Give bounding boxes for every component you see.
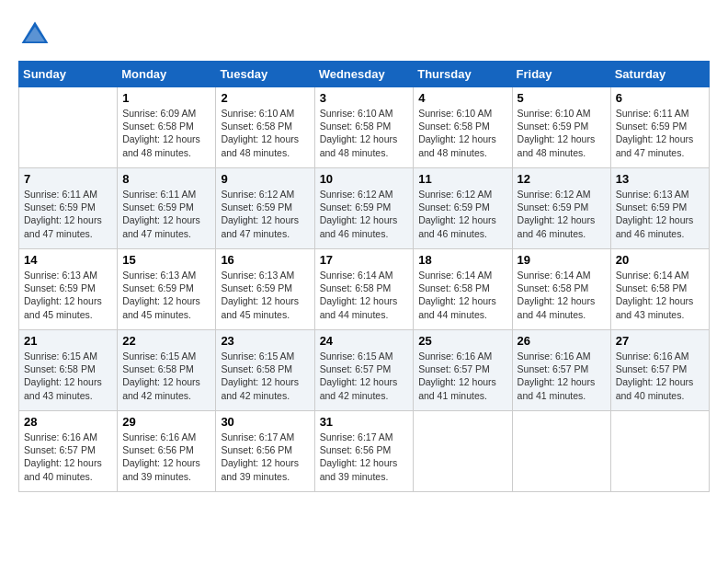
day-info: Sunrise: 6:10 AM Sunset: 6:58 PM Dayligh… [221,107,309,159]
day-cell: 6Sunrise: 6:11 AM Sunset: 6:59 PM Daylig… [610,87,709,168]
day-number: 9 [221,172,309,186]
day-cell: 8Sunrise: 6:11 AM Sunset: 6:59 PM Daylig… [118,168,216,249]
day-cell: 10Sunrise: 6:12 AM Sunset: 6:59 PM Dayli… [314,168,414,249]
logo [18,18,57,52]
day-cell [610,411,709,492]
day-info: Sunrise: 6:16 AM Sunset: 6:57 PM Dayligh… [24,431,112,483]
week-row-1: 1Sunrise: 6:09 AM Sunset: 6:58 PM Daylig… [19,87,710,168]
day-info: Sunrise: 6:14 AM Sunset: 6:58 PM Dayligh… [616,269,704,321]
day-info: Sunrise: 6:16 AM Sunset: 6:57 PM Dayligh… [418,350,506,402]
day-number: 22 [122,334,210,348]
day-number: 6 [616,91,704,105]
day-cell: 30Sunrise: 6:17 AM Sunset: 6:56 PM Dayli… [216,411,314,492]
day-info: Sunrise: 6:15 AM Sunset: 6:58 PM Dayligh… [221,350,309,402]
day-cell: 17Sunrise: 6:14 AM Sunset: 6:58 PM Dayli… [314,249,414,330]
day-number: 5 [518,91,606,105]
day-number: 13 [616,172,704,186]
col-header-friday: Friday [512,62,610,87]
day-number: 25 [418,334,506,348]
day-number: 2 [221,91,309,105]
day-cell: 15Sunrise: 6:13 AM Sunset: 6:59 PM Dayli… [118,249,216,330]
day-number: 24 [320,334,409,348]
day-cell: 19Sunrise: 6:14 AM Sunset: 6:58 PM Dayli… [512,249,610,330]
day-number: 29 [122,415,210,429]
day-cell: 29Sunrise: 6:16 AM Sunset: 6:56 PM Dayli… [118,411,216,492]
day-number: 26 [518,334,606,348]
day-info: Sunrise: 6:13 AM Sunset: 6:59 PM Dayligh… [24,269,112,321]
day-number: 1 [122,91,210,105]
day-info: Sunrise: 6:17 AM Sunset: 6:56 PM Dayligh… [221,431,309,483]
day-info: Sunrise: 6:11 AM Sunset: 6:59 PM Dayligh… [122,188,210,240]
day-info: Sunrise: 6:10 AM Sunset: 6:59 PM Dayligh… [518,107,606,159]
col-header-sunday: Sunday [19,62,118,87]
day-cell: 1Sunrise: 6:09 AM Sunset: 6:58 PM Daylig… [118,87,216,168]
col-header-thursday: Thursday [414,62,512,87]
calendar-body: 1Sunrise: 6:09 AM Sunset: 6:58 PM Daylig… [19,87,710,492]
day-number: 15 [122,253,210,267]
day-cell: 14Sunrise: 6:13 AM Sunset: 6:59 PM Dayli… [19,249,118,330]
day-number: 10 [320,172,409,186]
day-number: 16 [221,253,309,267]
day-number: 21 [24,334,112,348]
day-cell: 7Sunrise: 6:11 AM Sunset: 6:59 PM Daylig… [19,168,118,249]
day-info: Sunrise: 6:13 AM Sunset: 6:59 PM Dayligh… [221,269,309,321]
day-info: Sunrise: 6:13 AM Sunset: 6:59 PM Dayligh… [122,269,210,321]
day-info: Sunrise: 6:10 AM Sunset: 6:58 PM Dayligh… [320,107,409,159]
week-row-5: 28Sunrise: 6:16 AM Sunset: 6:57 PM Dayli… [19,411,710,492]
day-cell: 11Sunrise: 6:12 AM Sunset: 6:59 PM Dayli… [414,168,512,249]
header-row: SundayMondayTuesdayWednesdayThursdayFrid… [19,62,710,87]
day-number: 14 [24,253,112,267]
week-row-2: 7Sunrise: 6:11 AM Sunset: 6:59 PM Daylig… [19,168,710,249]
day-info: Sunrise: 6:12 AM Sunset: 6:59 PM Dayligh… [518,188,606,240]
week-row-4: 21Sunrise: 6:15 AM Sunset: 6:58 PM Dayli… [19,330,710,411]
day-cell: 22Sunrise: 6:15 AM Sunset: 6:58 PM Dayli… [118,330,216,411]
day-info: Sunrise: 6:16 AM Sunset: 6:56 PM Dayligh… [122,431,210,483]
day-number: 18 [418,253,506,267]
col-header-wednesday: Wednesday [314,62,414,87]
day-cell: 24Sunrise: 6:15 AM Sunset: 6:57 PM Dayli… [314,330,414,411]
day-cell: 9Sunrise: 6:12 AM Sunset: 6:59 PM Daylig… [216,168,314,249]
day-cell: 5Sunrise: 6:10 AM Sunset: 6:59 PM Daylig… [512,87,610,168]
day-info: Sunrise: 6:14 AM Sunset: 6:58 PM Dayligh… [518,269,606,321]
day-cell: 4Sunrise: 6:10 AM Sunset: 6:58 PM Daylig… [414,87,512,168]
day-cell: 12Sunrise: 6:12 AM Sunset: 6:59 PM Dayli… [512,168,610,249]
calendar-header: SundayMondayTuesdayWednesdayThursdayFrid… [19,62,710,87]
day-number: 23 [221,334,309,348]
col-header-tuesday: Tuesday [216,62,314,87]
day-number: 20 [616,253,704,267]
day-cell: 27Sunrise: 6:16 AM Sunset: 6:57 PM Dayli… [610,330,709,411]
day-info: Sunrise: 6:10 AM Sunset: 6:58 PM Dayligh… [418,107,506,159]
day-cell: 18Sunrise: 6:14 AM Sunset: 6:58 PM Dayli… [414,249,512,330]
day-number: 27 [616,334,704,348]
day-cell: 20Sunrise: 6:14 AM Sunset: 6:58 PM Dayli… [610,249,709,330]
day-info: Sunrise: 6:13 AM Sunset: 6:59 PM Dayligh… [616,188,704,240]
day-info: Sunrise: 6:12 AM Sunset: 6:59 PM Dayligh… [418,188,506,240]
day-cell: 31Sunrise: 6:17 AM Sunset: 6:56 PM Dayli… [314,411,414,492]
day-number: 7 [24,172,112,186]
col-header-saturday: Saturday [610,62,709,87]
day-info: Sunrise: 6:16 AM Sunset: 6:57 PM Dayligh… [518,350,606,402]
day-cell: 13Sunrise: 6:13 AM Sunset: 6:59 PM Dayli… [610,168,709,249]
day-number: 28 [24,415,112,429]
day-number: 11 [418,172,506,186]
day-info: Sunrise: 6:15 AM Sunset: 6:57 PM Dayligh… [320,350,409,402]
day-info: Sunrise: 6:12 AM Sunset: 6:59 PM Dayligh… [221,188,309,240]
day-info: Sunrise: 6:11 AM Sunset: 6:59 PM Dayligh… [24,188,112,240]
day-cell [19,87,118,168]
day-cell: 26Sunrise: 6:16 AM Sunset: 6:57 PM Dayli… [512,330,610,411]
logo-icon [18,18,51,52]
day-cell [512,411,610,492]
day-number: 4 [418,91,506,105]
col-header-monday: Monday [118,62,216,87]
day-cell: 2Sunrise: 6:10 AM Sunset: 6:58 PM Daylig… [216,87,314,168]
day-cell: 28Sunrise: 6:16 AM Sunset: 6:57 PM Dayli… [19,411,118,492]
day-cell [414,411,512,492]
day-info: Sunrise: 6:14 AM Sunset: 6:58 PM Dayligh… [418,269,506,321]
day-cell: 21Sunrise: 6:15 AM Sunset: 6:58 PM Dayli… [19,330,118,411]
calendar-table: SundayMondayTuesdayWednesdayThursdayFrid… [18,61,710,492]
day-number: 31 [320,415,409,429]
day-info: Sunrise: 6:15 AM Sunset: 6:58 PM Dayligh… [122,350,210,402]
day-number: 8 [122,172,210,186]
day-number: 19 [518,253,606,267]
day-info: Sunrise: 6:09 AM Sunset: 6:58 PM Dayligh… [122,107,210,159]
